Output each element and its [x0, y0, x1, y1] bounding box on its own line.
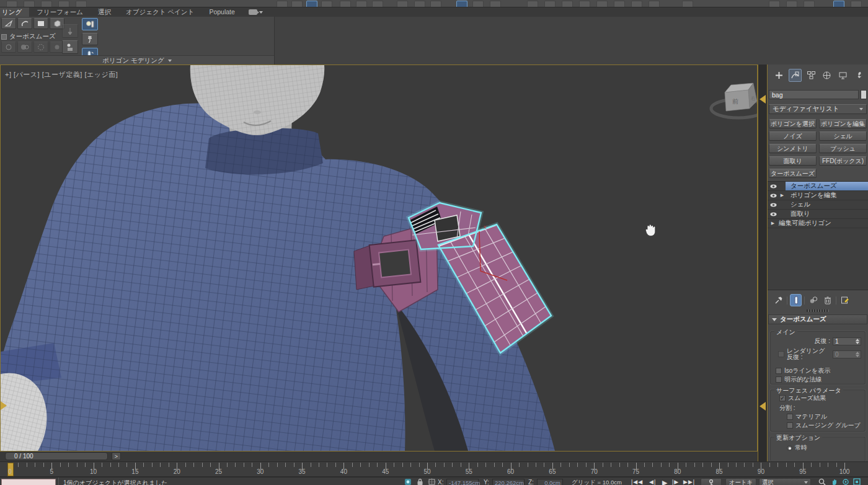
toolbar-icon[interactable]	[769, 1, 780, 7]
ribbon-tab-selection[interactable]: 選択	[91, 7, 118, 17]
ribbon-tab-populate[interactable]: Populate	[202, 7, 242, 17]
zoom-icon[interactable]	[818, 478, 826, 485]
toolbar-icon[interactable]	[340, 1, 351, 7]
border-mode-icon[interactable]	[33, 18, 48, 29]
expand-arrow-icon[interactable]: ▶	[779, 193, 786, 198]
toolbar-icon[interactable]	[76, 1, 87, 7]
auto-key-button[interactable]: オートキー	[725, 478, 756, 485]
pan-hand-icon[interactable]	[831, 478, 838, 485]
toolbar-icon[interactable]	[356, 1, 367, 7]
isolate-selection-icon[interactable]	[404, 478, 412, 485]
toolbar-icon[interactable]	[527, 1, 538, 7]
ribbon-tab-modeling[interactable]: リング	[0, 7, 29, 17]
toolbar-icon[interactable]	[414, 1, 425, 7]
turbosmooth-rollout-header[interactable]: ターボスムーズ	[768, 314, 867, 324]
viewcube[interactable]: 前 右	[711, 83, 757, 118]
eye-icon[interactable]	[768, 202, 779, 208]
toolbar-icon[interactable]	[614, 1, 625, 7]
current-frame-display[interactable]: 0 / 100	[5, 452, 108, 460]
toolbar-icon[interactable]	[682, 1, 693, 7]
explicit-normals-checkbox[interactable]	[776, 376, 782, 383]
modifier-stack-item[interactable]: 面取り	[768, 210, 868, 219]
utilities-tab-icon[interactable]	[852, 69, 866, 82]
toolbar-icon[interactable]	[372, 1, 383, 7]
toolbar-icon[interactable]	[430, 1, 441, 7]
panel-resize-grip[interactable]	[807, 309, 829, 312]
pin-stack-icon[interactable]	[82, 33, 98, 45]
next-frame-button[interactable]: >	[112, 452, 121, 460]
make-unique-icon[interactable]	[807, 294, 819, 306]
transform-type-in-icon[interactable]	[428, 478, 436, 485]
modifier-stack-item[interactable]: ターボスムーズ	[768, 182, 868, 191]
modifier-stack-item[interactable]: ▶ ポリゴンを編集	[768, 191, 868, 200]
ribbon-video-tab[interactable]	[242, 7, 269, 17]
modifier-button[interactable]: 面取り	[769, 156, 817, 166]
hierarchy-tab-icon[interactable]	[805, 69, 818, 82]
toolbar-icon[interactable]	[472, 1, 484, 7]
modifier-button[interactable]: プッシュ	[819, 144, 867, 153]
eye-icon[interactable]	[768, 211, 779, 217]
expand-arrow-icon[interactable]: ▶	[769, 221, 776, 226]
toolbar-icon[interactable]	[490, 1, 501, 7]
viewport-edge-arrow-left[interactable]	[1, 401, 7, 410]
toolbar-icon[interactable]	[596, 1, 608, 7]
x-coordinate-field[interactable]: -147.155cm	[446, 479, 479, 485]
toolbar-icon[interactable]	[544, 1, 556, 7]
spinner-arrows-icon[interactable]	[854, 338, 860, 345]
toolbar-icon[interactable]	[41, 1, 52, 7]
toolbar-icon[interactable]	[579, 1, 590, 7]
toolbar-icon[interactable]	[58, 1, 69, 7]
modifier-button[interactable]: シェル	[819, 131, 867, 141]
perspective-viewport[interactable]: x 前 右 +] [パース] [ユーザ定義] [エッジ面]	[0, 65, 758, 452]
toolbar-icon[interactable]	[786, 1, 797, 7]
motion-tab-icon[interactable]	[821, 69, 834, 82]
ribbon-tab-freeform[interactable]: フリーフォーム	[29, 7, 91, 17]
configure-modifier-sets-icon[interactable]	[839, 294, 851, 306]
play-button[interactable]: ▶	[662, 479, 668, 485]
go-to-end-button[interactable]: ▶▶|	[683, 479, 695, 485]
eye-icon[interactable]	[768, 184, 779, 189]
modifier-button[interactable]: ポリゴンを選択	[769, 119, 817, 128]
modifier-button[interactable]: ターボスムーズ	[769, 169, 817, 178]
splitter-arrow-icon[interactable]	[760, 402, 766, 411]
maxscript-mini-listener[interactable]	[1, 479, 56, 485]
ribbon-tool-icon[interactable]	[33, 42, 48, 53]
always-radio[interactable]	[787, 445, 792, 451]
viewport-panel-splitter[interactable]	[758, 65, 768, 461]
toolbar-icon[interactable]	[804, 1, 815, 7]
maximize-viewport-icon[interactable]	[853, 478, 861, 485]
ribbon-tool-icon[interactable]	[1, 42, 16, 53]
toolbar-icon[interactable]	[649, 1, 660, 7]
pin-stack-icon[interactable]	[773, 294, 784, 306]
toolbar-icon[interactable]	[562, 1, 573, 7]
toolbar-icon[interactable]	[631, 1, 642, 7]
smoothing-groups-checkbox[interactable]	[787, 422, 793, 429]
timeline-ruler[interactable]: 0510152025303540455055606570758085909510…	[0, 461, 868, 477]
vertex-mode-icon[interactable]	[1, 18, 16, 29]
splitter-arrow-icon[interactable]	[760, 95, 766, 104]
toolbar-icon[interactable]	[291, 1, 303, 7]
display-tab-icon[interactable]	[836, 69, 849, 82]
toolbar-icon[interactable]	[833, 1, 844, 7]
show-end-result-icon[interactable]	[790, 294, 802, 306]
object-color-swatch[interactable]	[861, 90, 867, 99]
toolbar-icon[interactable]	[397, 1, 408, 7]
render-iterations-checkbox[interactable]	[778, 351, 784, 357]
toolbar-icon[interactable]	[306, 1, 317, 7]
iterations-spinner[interactable]: 1	[833, 337, 861, 345]
toolbar-icon[interactable]	[277, 1, 288, 7]
go-to-start-button[interactable]: |◀◀	[631, 479, 643, 485]
selection-lock-icon[interactable]	[417, 478, 423, 485]
modifier-stack-item[interactable]: ▶ 編集可能ポリゴン	[768, 219, 868, 228]
toolbar-icon[interactable]	[6, 1, 17, 7]
toolbar-icon[interactable]	[851, 1, 862, 7]
modifier-button[interactable]: ノイズ	[769, 131, 817, 141]
ribbon-tab-object-paint[interactable]: オブジェクト ペイント	[118, 7, 202, 17]
modify-tab-icon[interactable]	[789, 69, 802, 82]
modifier-list-dropdown[interactable]: モディファイヤリスト	[769, 104, 867, 114]
toggle-figure-icon[interactable]	[62, 40, 78, 54]
z-coordinate-field[interactable]: 0.0cm	[537, 479, 563, 485]
edge-mode-icon[interactable]	[17, 18, 32, 29]
previous-key-button[interactable]: ◀|	[649, 479, 656, 485]
y-coordinate-field[interactable]: 220.262cm	[492, 479, 525, 485]
